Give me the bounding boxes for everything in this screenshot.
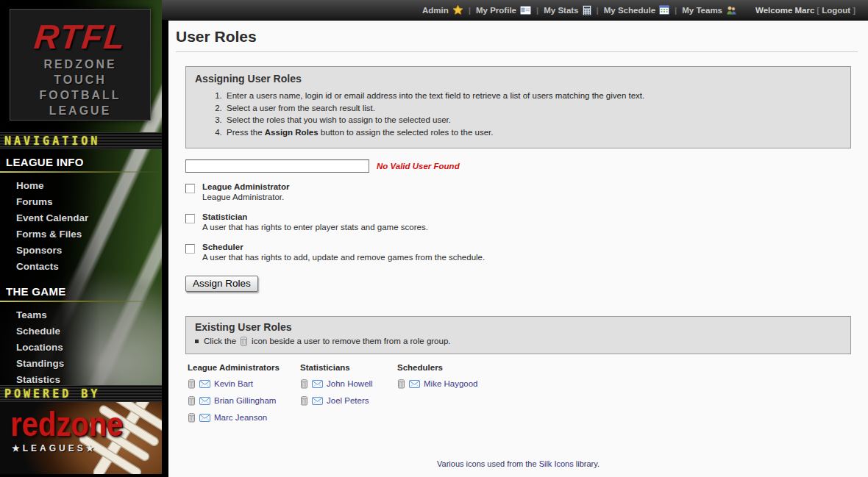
vcard-icon (520, 6, 531, 15)
group-title: League Administrators (188, 363, 298, 372)
group-title: Statisticians (300, 363, 395, 372)
sidebar-item-contacts[interactable]: Contacts (0, 259, 162, 275)
statistician-checkbox[interactable] (185, 214, 195, 223)
group-league-administrators: League Administrators Kevin Bart Brian G… (185, 363, 298, 428)
user-link[interactable]: Marc Jeanson (214, 413, 267, 422)
step-2: Select a user from the search result lis… (224, 102, 842, 115)
sidebar-item-forums[interactable]: Forums (0, 194, 162, 210)
sidebar: RTFL REDZONE TOUCH FOOTBALL LEAGUE NAVIG… (0, 0, 162, 477)
role-text: Scheduler A user that has rights to add,… (202, 242, 485, 263)
assign-roles-button[interactable]: Assign Roles (185, 276, 258, 292)
step-bold: Assign Roles (265, 128, 319, 137)
scheduler-checkbox[interactable] (185, 244, 195, 254)
topbar-item-my-schedule[interactable]: My Schedule (604, 5, 669, 15)
remove-user-icon[interactable] (188, 412, 196, 423)
user-link[interactable]: Brian Gillingham (214, 396, 276, 405)
user-row: Kevin Bart (188, 378, 298, 390)
sidebar-item-sponsors[interactable]: Sponsors (0, 243, 162, 259)
topbar: Admin | My Profile | My Stats | My Sched… (162, 0, 868, 21)
sidebar-item-schedule[interactable]: Schedule (0, 323, 162, 340)
rtfl-logo: RTFL REDZONE TOUCH FOOTBALL LEAGUE (10, 9, 151, 121)
role-name: League Administrator (202, 182, 289, 192)
user-link[interactable]: Mike Haygood (424, 379, 478, 388)
role-name: Statistician (202, 212, 428, 222)
topbar-separator: | (675, 6, 677, 15)
step-text: button to assign the selected roles to t… (319, 128, 494, 137)
calendar-icon (659, 5, 669, 15)
rtfl-logo-acronym: RTFL (8, 17, 152, 57)
role-text: Statistician A user that has rights to e… (202, 212, 428, 233)
existing-user-roles-box: Existing User Roles Click the icon besid… (185, 316, 851, 354)
email-icon[interactable] (409, 380, 420, 388)
topbar-item-label: Admin (422, 6, 449, 15)
topbar-item-label: My Stats (544, 6, 578, 15)
user-search-row: No Valid User Found (185, 159, 851, 173)
logout-bracket: [ (817, 6, 819, 15)
role-row-league-administrator: League Administrator League Administrato… (185, 182, 851, 203)
remove-user-icon[interactable] (300, 395, 308, 406)
league-administrator-checkbox[interactable] (185, 184, 195, 193)
user-row: Brian Gillingham (188, 395, 298, 406)
assigning-heading: Assigning User Roles (195, 73, 842, 85)
topbar-item-my-stats[interactable]: My Stats (544, 5, 591, 15)
group-title: Schedulers (397, 363, 851, 372)
sidebar-item-standings[interactable]: Standings (0, 356, 162, 372)
step-1: Enter a users name, login id or email ad… (224, 90, 842, 102)
sidebar-bottom-edge (0, 474, 162, 477)
sidebar-item-forms-files[interactable]: Forms & Files (0, 226, 162, 243)
topbar-item-label: My Schedule (604, 6, 655, 15)
role-row-scheduler: Scheduler A user that has rights to add,… (185, 242, 851, 263)
remove-note: Click the icon beside a user to remove t… (195, 336, 842, 346)
logout-link[interactable]: Logout (822, 6, 850, 15)
redzone-leagues-text: ★LEAGUES★ (12, 443, 97, 453)
league-info-section: LEAGUE INFO Home Forums Event Calendar F… (0, 154, 162, 275)
footer-text: library. (574, 459, 600, 468)
remove-user-icon[interactable] (397, 379, 405, 389)
remove-user-icon[interactable] (188, 395, 196, 406)
user-link[interactable]: John Howell (327, 379, 373, 388)
group-statisticians: Statisticians John Howell Joel Peters (298, 363, 395, 428)
email-icon[interactable] (199, 414, 210, 422)
role-groups: League Administrators Kevin Bart Brian G… (185, 363, 851, 428)
no-valid-user-message: No Valid User Found (377, 162, 460, 171)
role-description: League Administrator. (202, 192, 289, 203)
email-icon[interactable] (312, 397, 323, 405)
email-icon[interactable] (199, 380, 210, 388)
redzone-leagues-logo: redzone ★LEAGUES★ (0, 402, 162, 474)
user-link[interactable]: Kevin Bart (214, 379, 253, 388)
group-icon (726, 5, 736, 15)
step-4: Press the Assign Roles button to assign … (224, 126, 842, 139)
role-name: Scheduler (202, 242, 485, 252)
role-description: A user that has rights to enter player s… (202, 222, 428, 233)
user-search-input[interactable] (185, 159, 369, 173)
role-text: League Administrator League Administrato… (202, 182, 289, 203)
topbar-separator: | (536, 6, 538, 15)
section-underline (0, 301, 162, 302)
topbar-item-label: My Profile (476, 6, 516, 15)
page-footer: Various icons used from the Silk Icons l… (168, 459, 868, 477)
email-icon[interactable] (312, 380, 323, 388)
step-text: Press the (227, 128, 265, 137)
redzone-logo-text: redzone (10, 406, 123, 444)
remove-user-icon[interactable] (300, 379, 308, 389)
topbar-item-my-teams[interactable]: My Teams (682, 5, 736, 15)
main-content: User Roles Assigning User Roles Enter a … (168, 21, 868, 477)
section-title-the-game: THE GAME (0, 284, 162, 301)
star-icon (452, 4, 463, 15)
footer-text: Various icons used from the (437, 459, 539, 468)
assigning-user-roles-box: Assigning User Roles Enter a users name,… (185, 66, 851, 148)
sidebar-item-locations[interactable]: Locations (0, 340, 162, 356)
topbar-item-admin[interactable]: Admin (422, 4, 463, 15)
title-divider (176, 51, 858, 52)
sidebar-item-event-calendar[interactable]: Event Calendar (0, 210, 162, 226)
sidebar-item-teams[interactable]: Teams (0, 307, 162, 323)
topbar-item-my-profile[interactable]: My Profile (476, 6, 531, 15)
topbar-separator: | (597, 6, 599, 15)
user-row: Mike Haygood (397, 378, 851, 390)
sidebar-item-home[interactable]: Home (0, 178, 162, 194)
assigning-steps: Enter a users name, login id or email ad… (224, 90, 842, 138)
user-link[interactable]: Joel Peters (327, 396, 369, 405)
remove-user-icon[interactable] (188, 379, 196, 389)
silk-icons-link[interactable]: Silk Icons (539, 459, 574, 468)
email-icon[interactable] (199, 397, 210, 405)
